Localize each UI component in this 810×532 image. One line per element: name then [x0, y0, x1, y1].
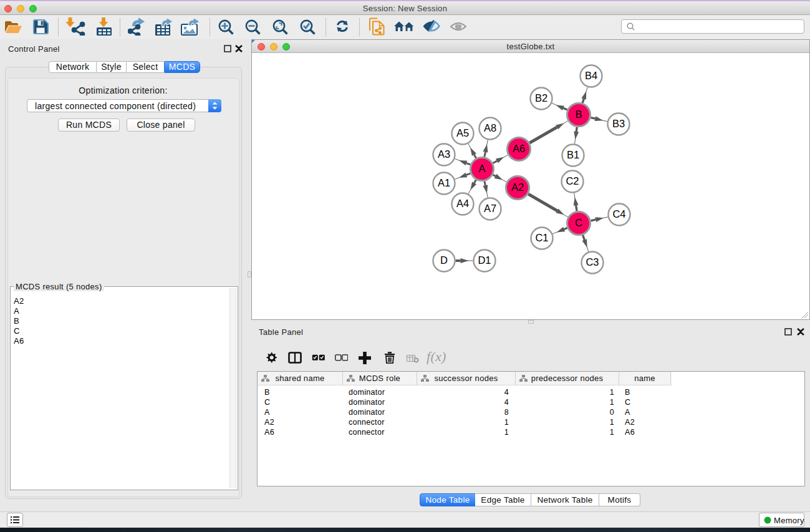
svg-text:A6: A6 [513, 143, 525, 154]
svg-text:A5: A5 [456, 127, 469, 138]
svg-text:C2: C2 [566, 175, 579, 186]
svg-text:A4: A4 [456, 198, 469, 209]
svg-text:C4: C4 [612, 208, 625, 220]
svg-text:D: D [440, 254, 448, 266]
svg-text:A3: A3 [438, 148, 450, 160]
svg-text:C: C [575, 217, 582, 228]
svg-text:f(x): f(x) [427, 349, 446, 364]
svg-text:A1: A1 [438, 177, 450, 188]
svg-text:B4: B4 [585, 70, 597, 81]
svg-text:A8: A8 [484, 122, 496, 133]
svg-text:B1: B1 [567, 149, 579, 160]
svg-text:A2: A2 [511, 181, 524, 193]
svg-text:C3: C3 [586, 256, 599, 268]
svg-text:A: A [478, 163, 485, 174]
svg-text:B: B [575, 109, 582, 120]
svg-text:C1: C1 [535, 232, 548, 243]
svg-text:A7: A7 [484, 203, 496, 214]
svg-text:D1: D1 [478, 254, 491, 266]
svg-text:B3: B3 [612, 118, 625, 129]
svg-text:B2: B2 [535, 92, 547, 104]
